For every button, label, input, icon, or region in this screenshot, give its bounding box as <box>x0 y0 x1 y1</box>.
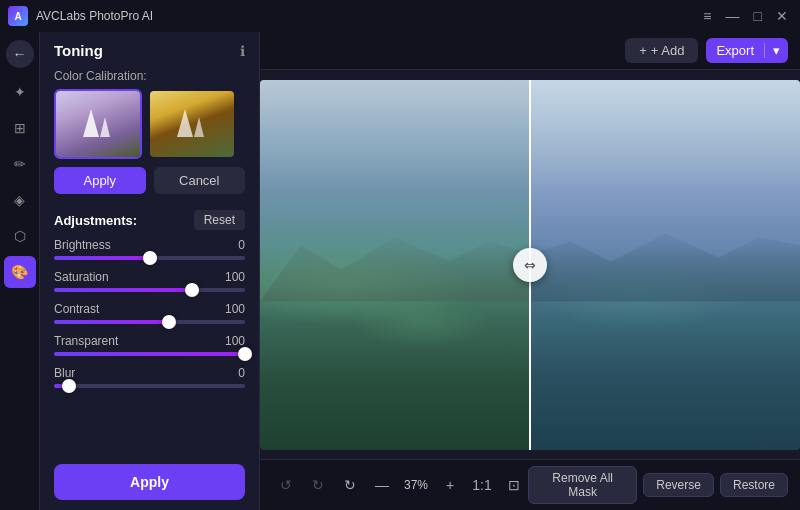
blur-track[interactable] <box>54 384 245 388</box>
bottom-right: Remove All Mask Reverse Restore <box>528 466 788 504</box>
brightness-track[interactable] <box>54 256 245 260</box>
bottom-bar: ↺ ↻ ↻ — 37% + 1:1 ⊡ Remove All Mask Reve… <box>260 459 800 510</box>
brightness-label: Brightness <box>54 238 111 252</box>
split-handle-icon: ⇔ <box>524 257 536 273</box>
undo2-button[interactable]: ↻ <box>304 471 332 499</box>
titlebar-left: A AVCLabs PhotoPro AI <box>8 6 153 26</box>
info-icon[interactable]: ℹ <box>240 43 245 59</box>
restore-button[interactable]: Restore <box>720 473 788 497</box>
calibration-thumbnails <box>40 89 259 167</box>
blur-thumb[interactable] <box>62 379 76 393</box>
sidebar-item-layers[interactable]: ⊞ <box>4 112 36 144</box>
sail-1 <box>83 109 99 137</box>
image-container: ⇔ <box>260 70 800 459</box>
split-view: ⇔ <box>260 80 800 450</box>
brightness-fill <box>54 256 150 260</box>
zoom-out-button[interactable]: — <box>368 471 396 499</box>
blur-value: 0 <box>238 366 245 380</box>
calibration-apply-button[interactable]: Apply <box>54 167 146 194</box>
bottom-left: ↺ ↻ ↻ — 37% + 1:1 ⊡ <box>272 471 528 499</box>
export-button[interactable]: Export ▾ <box>706 38 788 63</box>
redo-button[interactable]: ↻ <box>336 471 364 499</box>
split-handle[interactable]: ⇔ <box>513 248 547 282</box>
sliders-group: Brightness 0 Saturation 100 Contrast 100 <box>40 234 259 404</box>
color-calibration-label: Color Calibration: <box>40 63 259 89</box>
brightness-value: 0 <box>238 238 245 252</box>
zoom-in-button[interactable]: + <box>436 471 464 499</box>
minimize-icon[interactable]: — <box>722 6 744 26</box>
panel-title: Toning <box>54 42 103 59</box>
saturation-value: 100 <box>225 270 245 284</box>
contrast-row: Contrast 100 <box>54 302 245 316</box>
thumb-original-image <box>56 91 140 157</box>
adjustments-header: Adjustments: Reset <box>40 202 259 234</box>
undo-button[interactable]: ↺ <box>272 471 300 499</box>
sidebar-item-effects[interactable]: ⬡ <box>4 220 36 252</box>
add-button[interactable]: + + Add <box>625 38 698 63</box>
contrast-fill <box>54 320 169 324</box>
close-icon[interactable]: ✕ <box>772 6 792 26</box>
transparent-track[interactable] <box>54 352 245 356</box>
saturation-track[interactable] <box>54 288 245 292</box>
blur-label: Blur <box>54 366 75 380</box>
brightness-row: Brightness 0 <box>54 238 245 252</box>
sidebar-item-toning[interactable]: 🎨 <box>4 256 36 288</box>
sail-2 <box>100 117 110 137</box>
apply-button[interactable]: Apply <box>54 464 245 500</box>
reverse-button[interactable]: Reverse <box>643 473 714 497</box>
contrast-track[interactable] <box>54 320 245 324</box>
saturation-label: Saturation <box>54 270 109 284</box>
zoom-reset-button[interactable]: 1:1 <box>468 471 496 499</box>
thumb-styled[interactable] <box>148 89 236 159</box>
transparent-thumb[interactable] <box>238 347 252 361</box>
saturation-row: Saturation 100 <box>54 270 245 284</box>
transparent-row: Transparent 100 <box>54 334 245 348</box>
remove-all-mask-button[interactable]: Remove All Mask <box>528 466 637 504</box>
image-before <box>260 80 530 450</box>
canvas-area: + + Add Export ▾ ⇔ ↺ ↻ ↻ <box>260 32 800 510</box>
split-view-button[interactable]: ⊡ <box>500 471 528 499</box>
iconbar: ← ✦ ⊞ ✏ ◈ ⬡ 🎨 <box>0 32 40 510</box>
panel-header: Toning ℹ <box>40 32 259 63</box>
brightness-thumb[interactable] <box>143 251 157 265</box>
zoom-level: 37% <box>400 478 432 492</box>
transparent-label: Transparent <box>54 334 118 348</box>
add-plus-icon: + <box>639 43 647 58</box>
saturation-fill <box>54 288 192 292</box>
thumb-original[interactable] <box>54 89 142 159</box>
apply-footer: Apply <box>40 454 259 510</box>
sidebar-item-brush[interactable]: ✏ <box>4 148 36 180</box>
transparent-fill <box>54 352 245 356</box>
adjustments-label: Adjustments: <box>54 213 137 228</box>
transparent-value: 100 <box>225 334 245 348</box>
calibration-buttons: Apply Cancel <box>40 167 259 202</box>
sidebar-item-shapes[interactable]: ◈ <box>4 184 36 216</box>
sail-styled-1 <box>177 109 193 137</box>
back-button[interactable]: ← <box>6 40 34 68</box>
contrast-value: 100 <box>225 302 245 316</box>
top-bar: + + Add Export ▾ <box>260 32 800 70</box>
export-label: Export <box>706 43 764 58</box>
reset-button[interactable]: Reset <box>194 210 245 230</box>
contrast-label: Contrast <box>54 302 99 316</box>
image-after <box>530 80 800 450</box>
titlebar-controls: ≡ — □ ✕ <box>699 6 792 26</box>
maximize-icon[interactable]: □ <box>750 6 766 26</box>
titlebar: A AVCLabs PhotoPro AI ≡ — □ ✕ <box>0 0 800 32</box>
sidebar-item-magic[interactable]: ✦ <box>4 76 36 108</box>
menu-icon[interactable]: ≡ <box>699 6 715 26</box>
thumb-styled-image <box>150 91 234 157</box>
titlebar-title: AVCLabs PhotoPro AI <box>36 9 153 23</box>
export-chevron-icon[interactable]: ▾ <box>764 43 788 58</box>
calibration-cancel-button[interactable]: Cancel <box>154 167 246 194</box>
app-icon: A <box>8 6 28 26</box>
add-label: + Add <box>651 43 685 58</box>
main-layout: ← ✦ ⊞ ✏ ◈ ⬡ 🎨 Toning ℹ Color Calibration… <box>0 32 800 510</box>
contrast-thumb[interactable] <box>162 315 176 329</box>
saturation-thumb[interactable] <box>185 283 199 297</box>
left-panel: Toning ℹ Color Calibration: <box>40 32 260 510</box>
blur-row: Blur 0 <box>54 366 245 380</box>
sail-styled-2 <box>194 117 204 137</box>
